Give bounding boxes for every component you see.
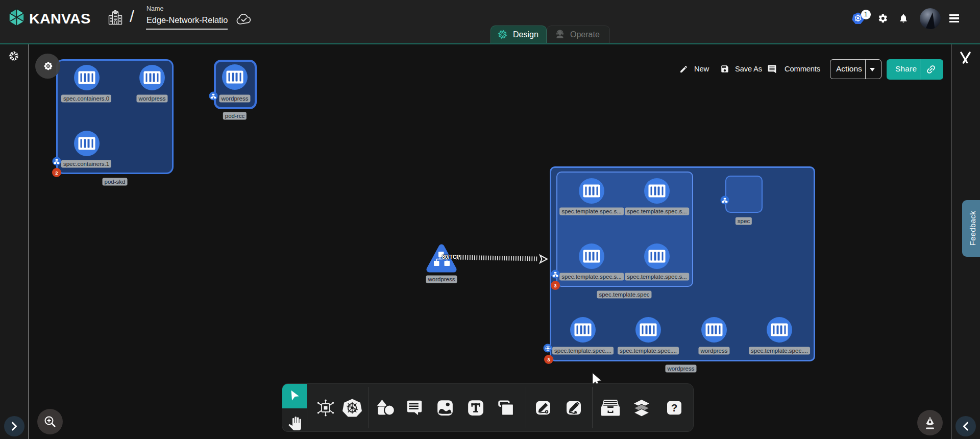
svg-text:?: ? bbox=[671, 402, 678, 413]
